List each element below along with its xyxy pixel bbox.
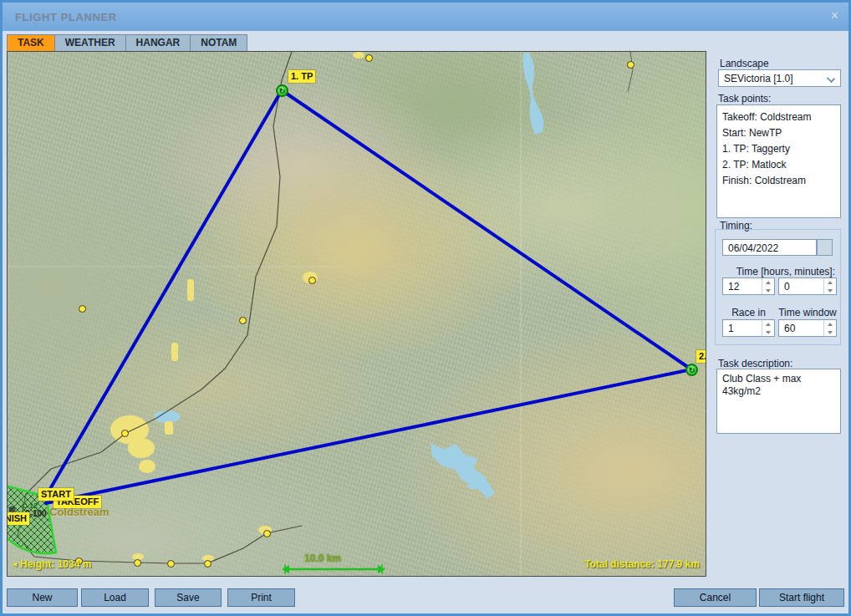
town-dot <box>79 305 86 313</box>
list-item[interactable]: Takeoff: Coldstream <box>722 109 840 125</box>
waypoint-marker-tp1[interactable]: ↻ <box>276 84 288 97</box>
scale-readout: 10.0 km <box>304 552 341 564</box>
map-canvas[interactable]: ↻ ↻ ⊗ C 12 2-100 Coldstream 1. TP 2. STA… <box>7 51 706 577</box>
save-button[interactable]: Save <box>155 588 222 607</box>
label-finish: FINISH <box>7 512 29 525</box>
list-item[interactable]: 2. TP: Matlock <box>722 157 840 173</box>
date-picker-button[interactable] <box>817 239 833 256</box>
chevron-down-icon <box>827 74 835 83</box>
minutes-value: 0 <box>779 278 823 294</box>
hours-value: 12 <box>723 278 762 294</box>
time-window-value: 60 <box>779 320 823 336</box>
town-dot <box>365 54 373 62</box>
tab-notam[interactable]: NOTAM <box>191 34 247 51</box>
map-overlay-graphics <box>8 52 706 577</box>
road-line <box>628 52 633 92</box>
race-in-spinner[interactable]: 1 <box>722 319 775 337</box>
race-in-label: Race in <box>722 307 775 318</box>
town-dot <box>263 530 271 537</box>
total-distance-readout: Total distance: 177.9 km <box>584 558 700 570</box>
town-areas <box>110 52 364 562</box>
landscape-select[interactable]: SEVictoria [1.0] <box>718 69 841 87</box>
cancel-button[interactable]: Cancel <box>674 588 757 607</box>
list-item[interactable]: Finish: Coldstream <box>722 173 840 189</box>
hours-spinner[interactable]: 12 <box>722 277 775 295</box>
spinner-buttons[interactable] <box>823 278 836 294</box>
town-dot <box>121 430 129 437</box>
tab-task[interactable]: TASK <box>7 34 55 51</box>
print-button[interactable]: Print <box>227 588 295 607</box>
town-dot <box>308 277 316 284</box>
town-dot <box>134 559 141 567</box>
close-icon[interactable]: × <box>831 8 838 23</box>
town-dot <box>204 560 211 568</box>
load-button[interactable]: Load <box>81 588 149 607</box>
time-label: Time [hours, minutes]: <box>718 266 835 277</box>
time-window-spinner[interactable]: 60 <box>778 319 837 337</box>
task-description-textarea[interactable]: Club Class + max 43kg/m2 <box>716 369 841 434</box>
spinner-buttons[interactable] <box>762 278 774 294</box>
flight-planner-window: FLIGHT PLANNER × TASK WEATHER HANGAR NOT… <box>0 0 851 616</box>
race-in-value: 1 <box>723 320 762 336</box>
lake-patch <box>468 483 482 489</box>
town-dot <box>239 317 247 324</box>
waypoint-marker-tp2[interactable]: ↻ <box>685 364 698 376</box>
height-readout: Height: 1034 m <box>20 558 91 570</box>
list-item[interactable]: Start: NewTP <box>722 125 840 141</box>
landscape-value: SEVictoria [1.0] <box>724 73 793 84</box>
town-dot <box>627 61 634 69</box>
lake-eildon <box>431 443 495 499</box>
town-dot <box>167 560 175 568</box>
minutes-spinner[interactable]: 0 <box>778 277 837 295</box>
label-tp2: 2. <box>696 350 706 363</box>
lake-north <box>522 53 543 135</box>
tab-bar: TASK WEATHER HANGAR NOTAM <box>7 34 247 51</box>
task-description-text: Club Class + max 43kg/m2 <box>722 373 801 397</box>
list-item[interactable]: 1. TP: Taggerty <box>722 141 840 157</box>
landscape-label: Landscape <box>720 58 769 69</box>
titlebar[interactable]: FLIGHT PLANNER × <box>3 3 848 31</box>
label-tp1: 1. TP <box>288 70 315 83</box>
start-flight-button[interactable]: Start flight <box>759 588 844 607</box>
spinner-buttons[interactable] <box>823 320 836 336</box>
date-field[interactable]: 06/04/2022 <box>722 239 817 256</box>
height-arrow-icon: ◄ <box>11 560 18 568</box>
task-points-label: Task points: <box>718 93 771 104</box>
tab-hangar[interactable]: HANGAR <box>126 34 191 51</box>
label-start: START <box>38 488 74 501</box>
scale-bar <box>282 564 385 574</box>
time-window-label: Time window <box>778 307 837 318</box>
window-title: FLIGHT PLANNER <box>15 11 117 23</box>
date-value: 06/04/2022 <box>728 242 778 254</box>
new-button[interactable]: New <box>7 588 78 607</box>
tab-weather[interactable]: WEATHER <box>55 34 126 51</box>
spinner-buttons[interactable] <box>762 320 774 336</box>
task-description-label: Task description: <box>718 358 792 369</box>
task-points-list[interactable]: Takeoff: Coldstream Start: NewTP 1. TP: … <box>716 104 841 218</box>
